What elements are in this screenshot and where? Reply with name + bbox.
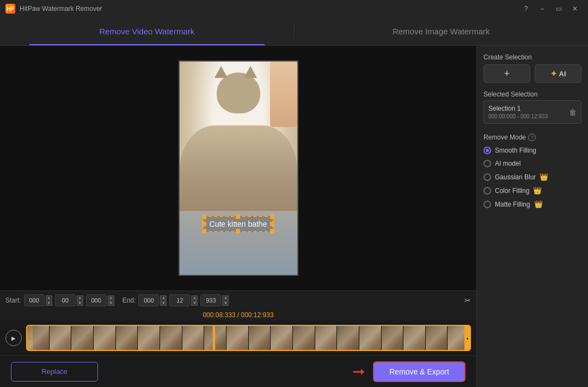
app-name: HitPaw Watermark Remover [20, 5, 102, 13]
strip-frame [226, 326, 249, 350]
mode-gaussian-blur[interactable]: Gaussian Blur 👑 [483, 173, 581, 181]
minimize-button[interactable]: – [535, 2, 550, 15]
end-hours-group: ▲ ▼ [138, 294, 167, 306]
start-hours-spinner[interactable]: ▲ ▼ [46, 295, 52, 306]
time-display: 000:08:333 / 000:12:933 [0, 310, 476, 321]
selection-info: Selection 1 000:00:000 - 000:12:933 [488, 105, 548, 119]
start-seconds-down[interactable]: ▼ [108, 301, 114, 306]
timeline-strip[interactable]: ⬥ [26, 325, 471, 351]
end-seconds-up[interactable]: ▲ [222, 295, 229, 300]
export-button[interactable]: Remove & Export [373, 361, 465, 382]
timeline-strip-area: ▶ ⬥ [0, 321, 476, 355]
arrow-icon: ➞ [352, 362, 365, 380]
end-minutes-spinner[interactable]: ▲ ▼ [191, 295, 198, 306]
titlebar: HP HitPaw Watermark Remover ? – ▭ ✕ [0, 0, 588, 17]
start-seconds-spinner[interactable]: ▲ ▼ [108, 295, 114, 306]
mode-color-filling[interactable]: Color Filling 👑 [483, 186, 581, 195]
end-minutes-down[interactable]: ▼ [191, 301, 198, 306]
start-seconds-up[interactable]: ▲ [108, 295, 114, 300]
handle-bottom-right[interactable] [270, 229, 274, 233]
crown-color-icon: 👑 [533, 186, 542, 195]
ai-selection-button[interactable]: ✦ AI [535, 64, 581, 83]
end-hours-input[interactable] [138, 294, 159, 306]
strip-frame [271, 326, 293, 350]
replace-button[interactable]: Replace [11, 362, 98, 382]
end-hours-down[interactable]: ▼ [160, 301, 167, 306]
start-hours-down[interactable]: ▼ [46, 301, 52, 306]
tab-image-watermark[interactable]: Remove Image Watermark [295, 17, 589, 45]
mode-matte-label: Matte Filling [495, 201, 530, 208]
video-canvas: Cute kitten bathe [0, 46, 476, 291]
handle-top-left[interactable] [202, 215, 206, 219]
radio-matte-filling[interactable] [483, 201, 491, 208]
selection-name: Selection 1 [488, 105, 548, 112]
titlebar-controls: ? – ▭ ✕ [518, 2, 583, 15]
play-button[interactable]: ▶ [5, 330, 22, 346]
ai-star-icon: ✦ [550, 69, 557, 78]
crown-gaussian-icon: 👑 [540, 173, 548, 181]
end-seconds-group: ▲ ▼ [200, 294, 229, 306]
end-minutes-up[interactable]: ▲ [191, 295, 198, 300]
selection-item[interactable]: Selection 1 000:00:000 - 000:12:933 🗑 [483, 100, 581, 124]
strip-frame [337, 326, 359, 350]
video-area: Cute kitten bathe Start: ▲ ▼ [0, 46, 476, 387]
restore-button[interactable]: ▭ [551, 2, 566, 15]
handle-top-mid[interactable] [236, 215, 240, 219]
start-minutes-up[interactable]: ▲ [77, 295, 83, 300]
create-selection-buttons: + ✦ AI [483, 64, 581, 83]
remove-mode-title: Remove Mode ? [483, 134, 581, 141]
start-seconds-input[interactable] [86, 294, 107, 306]
start-hours-group: ▲ ▼ [24, 294, 52, 306]
clip-icon[interactable]: ✂ [464, 296, 471, 305]
strip-frame [160, 326, 182, 350]
start-hours-input[interactable] [24, 294, 45, 306]
add-selection-button[interactable]: + [483, 64, 530, 83]
end-hours-up[interactable]: ▲ [160, 295, 167, 300]
end-seconds-input[interactable] [200, 294, 221, 306]
watermark-selection-box[interactable]: Cute kitten bathe [203, 216, 274, 232]
strip-frame [403, 326, 426, 350]
end-seconds-spinner[interactable]: ▲ ▼ [222, 295, 229, 306]
hand-decoration [270, 62, 297, 127]
total-time: 000:12:933 [241, 311, 274, 319]
end-minutes-input[interactable] [169, 294, 190, 306]
help-button[interactable]: ? [518, 2, 534, 15]
end-seconds-down[interactable]: ▼ [222, 301, 229, 306]
close-button[interactable]: ✕ [567, 2, 583, 15]
start-minutes-input[interactable] [55, 294, 76, 306]
start-hours-up[interactable]: ▲ [46, 295, 52, 300]
cat-ear-right [244, 66, 257, 78]
delete-selection-icon[interactable]: 🗑 [569, 108, 577, 117]
start-label: Start: [5, 297, 21, 304]
start-minutes-down[interactable]: ▼ [77, 301, 83, 306]
timeline-right-handle[interactable]: ⬥ [464, 326, 470, 350]
mode-ai-model[interactable]: AI model [483, 160, 581, 167]
help-icon[interactable]: ? [528, 134, 536, 141]
start-minutes-spinner[interactable]: ▲ ▼ [77, 295, 83, 306]
handle-top-right[interactable] [270, 215, 274, 219]
cat-ear-left [215, 66, 228, 78]
strip-frame [249, 326, 271, 350]
strip-frame [71, 326, 94, 350]
handle-left-mid[interactable] [202, 222, 206, 226]
strip-frame [27, 326, 50, 350]
start-minutes-group: ▲ ▼ [55, 294, 83, 306]
video-preview: Cute kitten bathe [179, 61, 298, 276]
handle-bottom-left[interactable] [202, 229, 206, 233]
handle-bottom-mid[interactable] [236, 229, 240, 233]
tab-video-watermark[interactable]: Remove Video Watermark [0, 17, 294, 45]
end-hours-spinner[interactable]: ▲ ▼ [160, 295, 167, 306]
handle-right-mid[interactable] [270, 222, 274, 226]
mode-smooth-filling[interactable]: Smooth Filling [483, 147, 581, 154]
strip-frame [204, 326, 226, 350]
main-content: Cute kitten bathe Start: ▲ ▼ [0, 46, 588, 387]
radio-ai-model[interactable] [483, 160, 491, 167]
strip-frame [359, 326, 382, 350]
strip-frame [382, 326, 404, 350]
radio-color-filling[interactable] [483, 187, 491, 195]
mode-matte-filling[interactable]: Matte Filling 👑 [483, 200, 581, 208]
radio-smooth-filling[interactable] [483, 147, 491, 154]
radio-gaussian-blur[interactable] [483, 173, 491, 181]
video-frame [180, 62, 297, 275]
right-panel: Create Selection + ✦ AI Selected Selecti… [476, 46, 588, 387]
